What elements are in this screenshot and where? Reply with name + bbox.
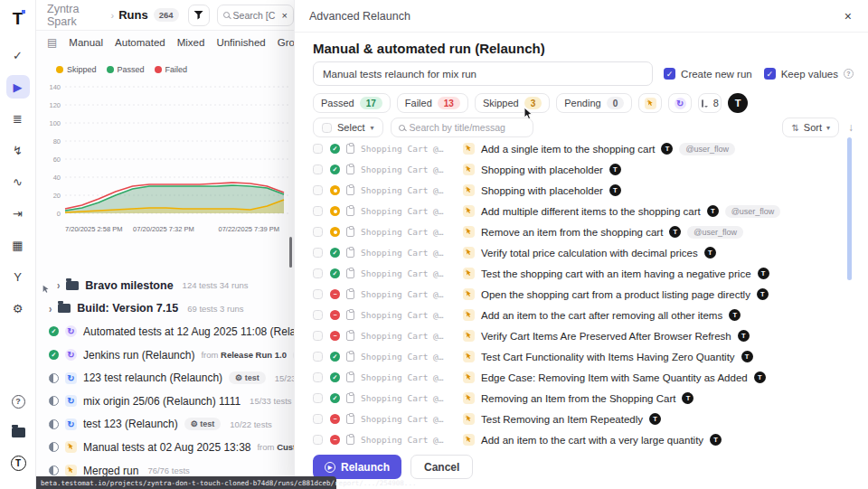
test-row[interactable]: ✓Shopping Cart @…Removing an Item from t… xyxy=(313,388,844,409)
projects-folder-icon[interactable] xyxy=(6,420,30,444)
run-meta: 15/33 tests xyxy=(250,396,291,406)
test-row[interactable]: Shopping Cart @…Shopping with placeholde… xyxy=(313,180,844,201)
expand-chevron-icon[interactable]: › xyxy=(57,279,60,291)
cancel-button[interactable]: Cancel xyxy=(410,455,473,479)
tab-automated[interactable]: Automated xyxy=(115,37,165,48)
tests-search-input[interactable]: Search by title/messag xyxy=(391,118,533,137)
run-row[interactable]: ↻test 123 (Relaunch)⚙ test10/22 tests xyxy=(36,413,294,437)
relaunch-button[interactable]: ▶ Relaunch xyxy=(313,455,401,479)
sidebar-branches-icon[interactable]: Y xyxy=(6,265,30,288)
checkbox-create-new-run[interactable]: ✓Create new run xyxy=(664,68,752,80)
clipboard-icon xyxy=(346,227,354,237)
test-row[interactable]: −Shopping Cart @…Open the shopping cart … xyxy=(313,284,844,305)
run-row[interactable]: Manual tests at 02 Aug 2025 13:38from Cu… xyxy=(36,436,294,459)
test-row[interactable]: −Shopping Cart @…Add an item to the cart… xyxy=(313,429,844,450)
user-avatar[interactable]: T xyxy=(728,93,748,113)
row-checkbox[interactable] xyxy=(313,206,323,216)
tab-manual[interactable]: Manual xyxy=(69,37,103,48)
filter-chip-pending[interactable]: Pending0 xyxy=(556,93,632,113)
test-row[interactable]: −Shopping Cart @…Test Removing an Item R… xyxy=(313,409,844,429)
row-checkbox[interactable] xyxy=(313,331,323,341)
expand-chevron-icon[interactable]: › xyxy=(49,303,52,315)
close-icon[interactable]: × xyxy=(844,10,852,23)
manual-test-icon xyxy=(463,184,475,196)
row-checkbox[interactable] xyxy=(313,352,323,362)
sidebar-analytics-icon[interactable]: ∿ xyxy=(6,170,30,193)
row-checkbox[interactable] xyxy=(313,393,323,403)
run-row[interactable]: ↻mix origin 25/06 (Relaunch) 111115/33 t… xyxy=(36,390,294,413)
sort-button[interactable]: ⇅ Sort ▾ xyxy=(782,118,839,137)
breadcrumb-project[interactable]: Zyntra Spark xyxy=(47,3,107,28)
suite-name: Shopping Cart @… xyxy=(361,352,457,362)
suite-name: Shopping Cart @… xyxy=(361,165,457,174)
test-row[interactable]: ✓Shopping Cart @…Add a single item to th… xyxy=(313,138,844,159)
test-row[interactable]: ✓Shopping Cart @…Test the shopping cart … xyxy=(313,263,844,284)
relaunch-sync-icon: ↻ xyxy=(65,418,77,430)
test-title: Test Removing an Item Repeatedly xyxy=(481,414,643,425)
row-checkbox[interactable] xyxy=(313,248,323,258)
row-checkbox[interactable] xyxy=(313,289,323,299)
relaunch-sync-icon: ↻ xyxy=(65,395,77,407)
checkbox-keep-values[interactable]: ✓Keep values ? xyxy=(764,68,854,80)
select-dropdown[interactable]: Select ▾ xyxy=(313,118,383,137)
sidebar-import-icon[interactable]: ⇥ xyxy=(6,202,30,225)
filter-chip-passed[interactable]: Passed17 xyxy=(313,93,391,113)
brand-logo[interactable]: T xyxy=(13,9,24,29)
row-checkbox[interactable] xyxy=(313,144,323,154)
assignee-avatar: T xyxy=(741,351,753,362)
test-row[interactable]: −Shopping Cart @…Verify Cart Items Are P… xyxy=(313,325,844,346)
main-search-input[interactable]: Search [C × xyxy=(217,5,294,26)
folder-row[interactable]: ›Build: Version 7.1569 tests 3 runs xyxy=(36,297,294,321)
sidebar-pulse-icon[interactable]: ↯ xyxy=(6,138,30,162)
tab-list-icon[interactable]: ▤ xyxy=(47,36,57,49)
row-checkbox[interactable] xyxy=(313,435,323,445)
row-checkbox[interactable] xyxy=(313,185,323,195)
filter-chip-comment[interactable]: 8 xyxy=(698,93,722,113)
test-row[interactable]: Shopping Cart @…Remove an item from the … xyxy=(313,221,844,242)
sidebar-settings-icon[interactable]: ⚙ xyxy=(6,296,30,320)
main-scrollbar[interactable] xyxy=(289,237,292,268)
run-row[interactable]: ✓↻Jenkins run (Relaunch)from Release Run… xyxy=(36,343,294,367)
tests-scrollbar[interactable] xyxy=(847,137,852,280)
select-all-checkbox[interactable] xyxy=(322,123,332,133)
runs-page: Zyntra Spark › Runs 264 Search [C × ▤ Ma… xyxy=(36,0,294,489)
filter-chip-automated[interactable]: ↻ xyxy=(668,93,692,113)
account-avatar[interactable]: T xyxy=(6,451,30,475)
filter-chip-manual[interactable] xyxy=(638,93,662,113)
row-checkbox[interactable] xyxy=(313,310,323,320)
clear-search-icon[interactable]: × xyxy=(282,10,288,21)
run-row[interactable]: ↻123 test relaunch (Relaunch)⚙ test15/23… xyxy=(36,366,294,390)
run-name-input[interactable]: Manual tests relaunch for mix run xyxy=(313,61,653,86)
row-checkbox[interactable] xyxy=(313,268,323,278)
run-meta: 76/76 tests xyxy=(147,465,189,475)
filter-chip-failed[interactable]: Failed13 xyxy=(397,93,468,113)
test-row[interactable]: ✓Shopping Cart @…Test Cart Functionality… xyxy=(313,346,844,367)
tab-unfinished[interactable]: Unfinished xyxy=(216,37,265,48)
test-row[interactable]: ✓Shopping Cart @…Shopping with placehold… xyxy=(313,159,844,180)
row-checkbox[interactable] xyxy=(313,227,323,237)
help-icon[interactable]: ? xyxy=(6,390,30,413)
test-row[interactable]: ✓Shopping Cart @…Verify total price calc… xyxy=(313,242,844,263)
breadcrumb-page[interactable]: Runs xyxy=(118,8,148,22)
row-checkbox[interactable] xyxy=(313,372,323,382)
checkbox-checked-icon[interactable]: ✓ xyxy=(664,68,675,80)
test-row[interactable]: ✓Shopping Cart @…Edge Case: Removing Ite… xyxy=(313,367,844,388)
checkbox-checked-icon[interactable]: ✓ xyxy=(764,68,776,80)
sidebar-suites-icon[interactable]: ≣ xyxy=(6,107,30,130)
sidebar-runs-icon[interactable]: ▶ xyxy=(6,75,30,99)
row-checkbox[interactable] xyxy=(313,414,323,424)
suite-name: Shopping Cart @… xyxy=(361,331,457,341)
run-row[interactable]: ✓↻Automated tests at 12 Aug 2025 11:08 (… xyxy=(36,320,294,343)
download-icon[interactable]: ↓ xyxy=(848,121,854,134)
filter-button[interactable] xyxy=(188,5,210,26)
run-meta: 10/22 tests xyxy=(230,419,271,429)
test-row[interactable]: −Shopping Cart @…Add an item to the cart… xyxy=(313,305,844,325)
left-sidebar: T ✓▶≣↯∿⇥▦Y⚙ ? T xyxy=(0,0,36,489)
folder-row[interactable]: ›Bravo milestone124 tests 34 runs xyxy=(36,274,294,297)
test-row[interactable]: Shopping Cart @…Add multiple different i… xyxy=(313,201,844,221)
tab-mixed[interactable]: Mixed xyxy=(177,37,205,48)
filter-chip-skipped[interactable]: Skipped3 xyxy=(475,93,550,113)
row-checkbox[interactable] xyxy=(313,165,323,174)
sidebar-reports-icon[interactable]: ▦ xyxy=(6,233,30,257)
sidebar-tasks-icon[interactable]: ✓ xyxy=(6,43,30,67)
